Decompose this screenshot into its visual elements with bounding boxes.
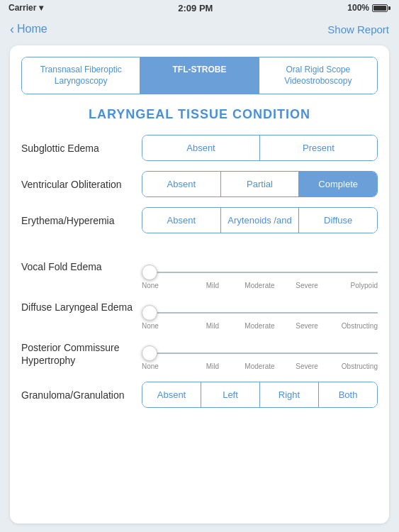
granuloma-left[interactable]: Left	[201, 382, 260, 407]
granuloma-granulation-label: Granuloma/Granulation	[21, 389, 135, 401]
ventricular-obliteration-row: Ventricular Obliteration Absent Partial …	[21, 171, 378, 197]
section-title: LARYNGEAL TISSUE CONDITION	[21, 107, 378, 122]
vocal-fold-edema-track	[157, 272, 378, 273]
subglottic-edema-group: Absent Present	[142, 135, 378, 161]
erythema-arytenoids[interactable]: Arytenoids /and	[221, 208, 300, 233]
posterior-commissure-hypertrophy-ticks: None Mild Moderate Severe Obstructing	[142, 362, 378, 370]
erythema-hyperemia-row: Erythema/Hyperemia Absent Arytenoids /an…	[21, 207, 378, 233]
posterior-commissure-hypertrophy-thumb[interactable]	[142, 345, 157, 361]
wifi-icon: ▾	[39, 3, 43, 13]
diffuse-laryngeal-edema-track	[157, 312, 378, 314]
back-button[interactable]: ‹ Home	[10, 22, 47, 37]
carrier-signal: Carrier ▾	[9, 3, 43, 13]
erythema-hyperemia-group: Absent Arytenoids /and Diffuse	[142, 207, 378, 233]
battery-percentage: 100%	[347, 3, 369, 13]
tab-tfl-strobe[interactable]: TFL-STROBE	[140, 57, 259, 94]
battery-status: 100%	[347, 3, 390, 13]
erythema-absent[interactable]: Absent	[142, 208, 221, 233]
vocal-fold-edema-thumb[interactable]	[142, 265, 157, 280]
erythema-hyperemia-label: Erythema/Hyperemia	[21, 214, 135, 227]
diffuse-laryngeal-edema-row: Diffuse Laryngeal Edema None Mild Modera…	[21, 301, 378, 330]
back-label: Home	[17, 23, 47, 35]
vocal-fold-edema-row: Vocal Fold Edema None Mild Moderate Seve…	[21, 260, 378, 289]
granuloma-absent[interactable]: Absent	[142, 382, 201, 407]
ventricular-obliteration-label: Ventricular Obliteration	[21, 178, 135, 191]
nav-bar: ‹ Home Show Report	[0, 16, 399, 43]
vocal-fold-edema-ticks: None Mild Moderate Severe Polypoid	[142, 282, 378, 289]
posterior-commissure-hypertrophy-row: Posterior Commissure Hypertrophy None Mi…	[21, 341, 378, 370]
posterior-commissure-hypertrophy-slider-container: None Mild Moderate Severe Obstructing	[142, 341, 378, 370]
status-bar: Carrier ▾ 2:09 PM 100%	[0, 0, 399, 16]
erythema-diffuse[interactable]: Diffuse	[299, 208, 377, 233]
tab-transnasal[interactable]: Transnasal Fiberoptic Laryngoscopy	[22, 57, 140, 94]
battery-icon	[372, 4, 390, 12]
vocal-fold-edema-slider-container: None Mild Moderate Severe Polypoid	[142, 260, 378, 289]
ventricular-complete[interactable]: Complete	[299, 172, 377, 196]
diffuse-laryngeal-edema-label: Diffuse Laryngeal Edema	[21, 301, 135, 314]
ventricular-absent[interactable]: Absent	[142, 172, 221, 196]
subglottic-edema-label: Subglottic Edema	[21, 142, 135, 155]
subglottic-edema-row: Subglottic Edema Absent Present	[21, 135, 378, 161]
posterior-commissure-hypertrophy-label: Posterior Commissure Hypertrophy	[21, 341, 135, 367]
granuloma-granulation-row: Granuloma/Granulation Absent Left Right …	[21, 382, 378, 408]
ventricular-obliteration-group: Absent Partial Complete	[142, 171, 378, 197]
carrier-label: Carrier	[9, 3, 36, 13]
back-chevron-icon: ‹	[10, 22, 14, 37]
diffuse-laryngeal-edema-ticks: None Mild Moderate Severe Obstructing	[142, 322, 378, 330]
diffuse-laryngeal-edema-slider-container: None Mild Moderate Severe Obstructing	[142, 301, 378, 330]
tab-bar: Transnasal Fiberoptic Laryngoscopy TFL-S…	[21, 57, 378, 94]
subglottic-edema-absent[interactable]: Absent	[142, 135, 260, 160]
ventricular-partial[interactable]: Partial	[221, 172, 300, 196]
posterior-commissure-hypertrophy-track	[157, 353, 378, 354]
main-card: Transnasal Fiberoptic Laryngoscopy TFL-S…	[10, 45, 389, 523]
status-time: 2:09 PM	[178, 3, 213, 13]
granuloma-granulation-group: Absent Left Right Both	[142, 382, 378, 408]
vocal-fold-edema-label: Vocal Fold Edema	[21, 260, 135, 273]
subglottic-edema-present[interactable]: Present	[260, 135, 377, 160]
granuloma-right[interactable]: Right	[260, 382, 319, 407]
diffuse-laryngeal-edema-thumb[interactable]	[142, 305, 157, 321]
show-report-button[interactable]: Show Report	[327, 23, 389, 35]
tab-oral[interactable]: Oral Rigid Scope Videostroboscopy	[259, 57, 377, 94]
granuloma-both[interactable]: Both	[319, 382, 377, 407]
